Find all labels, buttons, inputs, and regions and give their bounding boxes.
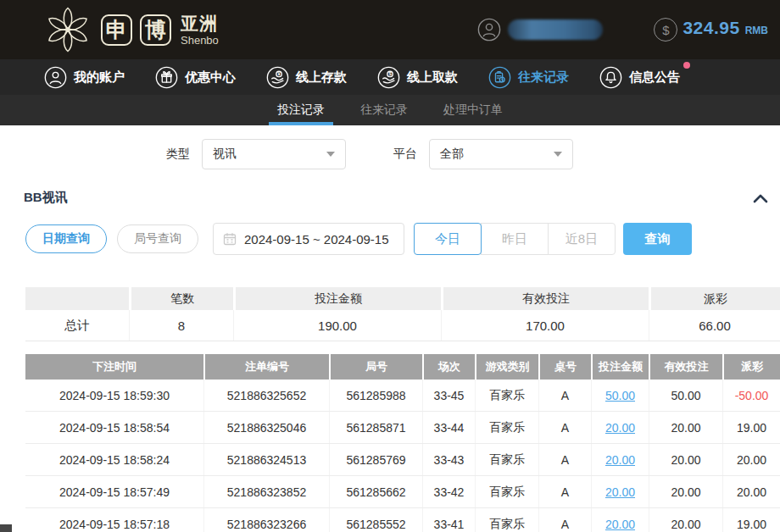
user-avatar-icon[interactable] [477,18,501,42]
filter-row: 类型 视讯 平台 全部 [0,125,780,169]
col-header-payout: 派彩 [722,354,780,380]
cell-round-id: 561285552 [329,508,422,532]
subtab-bar: 投注记录 往来记录 处理中订单 [0,95,780,125]
balance-amount: 324.95 [682,18,739,38]
col-header-bet-amount: 投注金额 [591,354,649,380]
summary-header-bet-amount: 投注金额 [233,287,441,310]
yesterday-button[interactable]: 昨日 [481,223,549,255]
site-logo[interactable]: 申 博 亚洲 Shenbo [42,4,219,55]
col-header-order-id: 注单编号 [203,354,329,380]
cell-game: 百家乐 [475,412,538,443]
logo-char-shen: 申 [101,14,132,46]
cell-game: 百家乐 [475,380,538,411]
cell-round-id: 561285871 [329,412,422,443]
section-title: BB视讯 [24,190,68,206]
payout-cell: 20.00 [722,476,780,507]
summary-total-label: 总计 [25,310,129,341]
nav-item-withdraw[interactable]: $ 线上取款 [377,66,458,89]
cell-order-id: 521886325652 [203,380,329,411]
tab-transactions[interactable]: 往来记录 [354,95,415,125]
payout-cell: -50.00 [722,380,780,411]
cell-session: 33-41 [422,508,475,532]
cell-game: 百家乐 [475,508,538,532]
payout-cell: 19.00 [722,412,780,443]
summary-header-row: 笔数 投注金额 有效投注 派彩 [25,287,780,310]
nav-label: 线上存款 [296,69,347,86]
search-button[interactable]: 查询 [623,223,692,255]
nav-item-promotions[interactable]: 优惠中心 [155,66,236,89]
bet-amount-link[interactable]: 20.00 [605,453,635,467]
cell-session: 33-45 [422,380,475,411]
cell-time: 2024-09-15 18:59:30 [25,380,203,411]
nav-label: 优惠中心 [185,69,236,86]
cell-valid-bet: 20.00 [649,444,722,475]
bet-records-table: 下注时间 注单编号 局号 场次 游戏类别 桌号 投注金额 有效投注 派彩 202… [25,354,780,532]
round-query-button[interactable]: 局号查询 [117,224,198,253]
cell-time: 2024-09-15 18:57:18 [25,508,203,532]
deposit-icon: ¥ [266,66,289,89]
col-header-session: 场次 [422,354,475,380]
summary-payout-value: 66.00 [649,310,780,341]
logo-region-text: 亚洲 [181,14,219,32]
cell-table-no: A [538,508,591,532]
date-query-button[interactable]: 日期查询 [25,224,107,253]
section-header: BB视讯 [24,190,768,206]
chevron-down-icon [554,152,562,157]
cell-order-id: 521886324513 [203,444,329,475]
calendar-icon [223,232,237,246]
col-header-valid-bet: 有效投注 [649,354,722,380]
bell-icon [599,66,622,89]
cell-round-id: 561285662 [329,476,422,507]
summary-bet-amount-value: 190.00 [233,310,441,341]
logo-subtitle: Shenbo [181,35,219,46]
nav-item-records[interactable]: 往来记录 [488,66,569,89]
bottom-corner-widget[interactable] [0,524,12,532]
summary-total-row: 总计 8 190.00 170.00 66.00 [25,310,780,341]
gift-icon [155,66,178,89]
type-select[interactable]: 视讯 [202,139,346,169]
cell-table-no: A [538,476,591,507]
summary-header-count: 笔数 [129,287,233,310]
today-button[interactable]: 今日 [414,223,482,255]
tab-pending-orders[interactable]: 处理中订单 [437,95,510,125]
cell-valid-bet: 20.00 [649,476,722,507]
cell-order-id: 521886323852 [203,476,329,507]
top-header: 申 博 亚洲 Shenbo $ 324.95 RMB [0,0,780,59]
account-icon [44,66,67,89]
summary-count-value: 8 [129,310,233,341]
bet-amount-link[interactable]: 20.00 [605,518,635,531]
chevron-up-icon [753,193,768,203]
type-label: 类型 [166,147,190,162]
main-nav: 我的账户 优惠中心 ¥ 线上存款 $ 线上取款 [0,59,780,95]
platform-select[interactable]: 全部 [429,139,573,169]
col-header-table-no: 桌号 [538,354,591,380]
cell-time: 2024-09-15 18:58:54 [25,412,203,443]
bet-amount-link[interactable]: 20.00 [605,485,635,499]
cell-valid-bet: 20.00 [649,508,722,532]
last-8-days-button[interactable]: 近8日 [548,223,616,255]
table-row: 2024-09-15 18:57:49 521886323852 5612856… [25,476,780,508]
date-range-input[interactable]: 2024-09-15 ~ 2024-09-15 [213,223,404,255]
chevron-down-icon [326,152,335,157]
dollar-icon: $ [654,18,677,42]
summary-header-payout: 派彩 [649,287,780,310]
cell-time: 2024-09-15 18:57:49 [25,476,203,507]
collapse-section-button[interactable] [753,193,768,203]
nav-item-announcements[interactable]: 信息公告 [599,66,680,89]
tab-bet-records[interactable]: 投注记录 [270,95,332,125]
col-header-time: 下注时间 [25,354,203,380]
flower-logo-icon [42,4,93,55]
bet-amount-link[interactable]: 50.00 [605,389,635,402]
summary-table: 笔数 投注金额 有效投注 派彩 总计 8 190.00 170.00 66.00 [25,287,780,341]
nav-item-deposit[interactable]: ¥ 线上存款 [266,66,347,89]
cell-table-no: A [538,412,591,443]
platform-select-value: 全部 [440,147,464,162]
bet-amount-link[interactable]: 20.00 [605,421,635,435]
nav-item-my-account[interactable]: 我的账户 [44,66,125,89]
logo-char-bo: 博 [140,14,171,46]
cell-table-no: A [538,380,591,411]
cell-table-no: A [538,444,591,475]
table-header-row: 下注时间 注单编号 局号 场次 游戏类别 桌号 投注金额 有效投注 派彩 [25,354,780,380]
col-header-game: 游戏类别 [475,354,538,380]
summary-header-blank [25,287,129,310]
